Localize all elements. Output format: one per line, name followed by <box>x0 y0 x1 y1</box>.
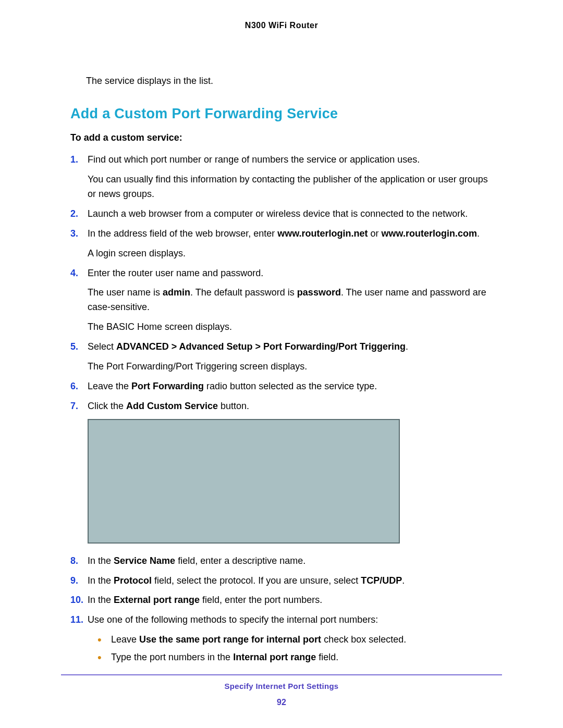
bullet-item: Leave Use the same port range for intern… <box>97 633 493 647</box>
step-text: Click the Add Custom Service button. <box>88 399 493 414</box>
footer-section-name: Specify Internet Port Settings <box>61 682 502 690</box>
text: . <box>402 575 405 586</box>
step-number: 4. <box>70 266 78 281</box>
step-9: 9. In the Protocol field, select the pro… <box>70 574 493 588</box>
bullet-item: Type the port numbers in the Internal po… <box>97 650 493 665</box>
step-6: 6. Leave the Port Forwarding radio butto… <box>70 379 493 394</box>
text: In the <box>88 556 114 566</box>
text-bold: External port range <box>114 595 200 605</box>
footer-rule <box>61 674 502 675</box>
step-number: 5. <box>70 340 78 354</box>
step-number: 1. <box>70 153 78 167</box>
text: In the address field of the web browser,… <box>88 228 277 239</box>
text: or <box>368 228 382 239</box>
step-text: You can usually find this information by… <box>88 172 493 202</box>
text: field, select the protocol. If you are u… <box>152 575 361 586</box>
text: Click the <box>88 401 126 411</box>
step-text: The BASIC Home screen displays. <box>88 320 493 335</box>
step-text: Leave the Port Forwarding radio button s… <box>88 379 493 394</box>
text: field, enter a descriptive name. <box>175 556 305 566</box>
step-text: In the External port range field, enter … <box>88 593 493 608</box>
step-number: 9. <box>70 574 78 588</box>
text: check box selected. <box>321 634 406 645</box>
text: In the <box>88 595 114 605</box>
text: Leave <box>111 634 139 645</box>
step-7: 7. Click the Add Custom Service button. <box>70 399 493 544</box>
text: field. <box>316 652 338 662</box>
step-4: 4. Enter the router user name and passwo… <box>70 266 493 335</box>
nav-path: ADVANCED > Advanced Setup > Port Forward… <box>116 341 406 352</box>
section-heading: Add a Custom Port Forwarding Service <box>70 106 493 122</box>
page: N300 WiFi Router The service displays in… <box>0 0 563 728</box>
step-text: Select ADVANCED > Advanced Setup > Port … <box>88 340 493 354</box>
step-number: 11. <box>70 613 83 627</box>
sub-bullet-list: Leave Use the same port range for intern… <box>97 633 493 665</box>
page-footer: Specify Internet Port Settings 92 <box>61 674 502 707</box>
screenshot-placeholder <box>88 419 400 544</box>
step-text: Launch a web browser from a computer or … <box>88 207 493 221</box>
url: www.routerlogin.net <box>277 228 368 239</box>
step-text: Find out which port number or range of n… <box>88 153 493 167</box>
step-number: 6. <box>70 379 78 394</box>
page-header: N300 WiFi Router <box>70 21 493 30</box>
step-10: 10. In the External port range field, en… <box>70 593 493 608</box>
step-3: 3. In the address field of the web brows… <box>70 227 493 261</box>
text: Type the port numbers in the <box>111 652 233 662</box>
step-text: Use one of the following methods to spec… <box>88 613 493 627</box>
step-2: 2. Launch a web browser from a computer … <box>70 207 493 221</box>
text: . The default password is <box>190 287 297 298</box>
step-text: A login screen displays. <box>88 246 493 261</box>
text-bold: Protocol <box>114 575 152 586</box>
text-bold: Add Custom Service <box>126 401 218 411</box>
text: Leave the <box>88 381 131 391</box>
lead-instruction: To add a custom service: <box>70 132 493 143</box>
step-number: 10. <box>70 593 83 608</box>
step-text: Enter the router user name and password. <box>88 266 493 281</box>
step-text: In the Protocol field, select the protoc… <box>88 574 493 588</box>
text: radio button selected as the service typ… <box>204 381 377 391</box>
step-number: 7. <box>70 399 78 414</box>
intro-line: The service displays in the list. <box>86 75 493 88</box>
step-text: In the address field of the web browser,… <box>88 227 493 241</box>
step-5: 5. Select ADVANCED > Advanced Setup > Po… <box>70 340 493 374</box>
step-text: The Port Forwarding/Port Triggering scre… <box>88 360 493 374</box>
page-number: 92 <box>61 698 502 707</box>
text: . <box>406 341 408 352</box>
step-1: 1. Find out which port number or range o… <box>70 153 493 202</box>
text-bold: Service Name <box>114 556 175 566</box>
step-11: 11. Use one of the following methods to … <box>70 613 493 665</box>
text: In the <box>88 575 114 586</box>
steps-list: 1. Find out which port number or range o… <box>70 153 493 665</box>
text-bold: password <box>297 287 341 298</box>
step-number: 8. <box>70 554 78 569</box>
text-bold: TCP/UDP <box>361 575 402 586</box>
text: . <box>477 228 480 239</box>
text-bold: Port Forwarding <box>131 381 204 391</box>
step-text: The user name is admin. The default pass… <box>88 286 493 315</box>
step-number: 3. <box>70 227 78 241</box>
text-bold: admin <box>163 287 190 298</box>
text-bold: Internal port range <box>233 652 316 662</box>
text: button. <box>218 401 249 411</box>
text: field, enter the port numbers. <box>200 595 322 605</box>
text-bold: Use the same port range for internal por… <box>139 634 321 645</box>
url: www.routerlogin.com <box>382 228 477 239</box>
step-8: 8. In the Service Name field, enter a de… <box>70 554 493 569</box>
step-text: In the Service Name field, enter a descr… <box>88 554 493 569</box>
text: The user name is <box>88 287 163 298</box>
text: Select <box>88 341 116 352</box>
step-number: 2. <box>70 207 78 221</box>
